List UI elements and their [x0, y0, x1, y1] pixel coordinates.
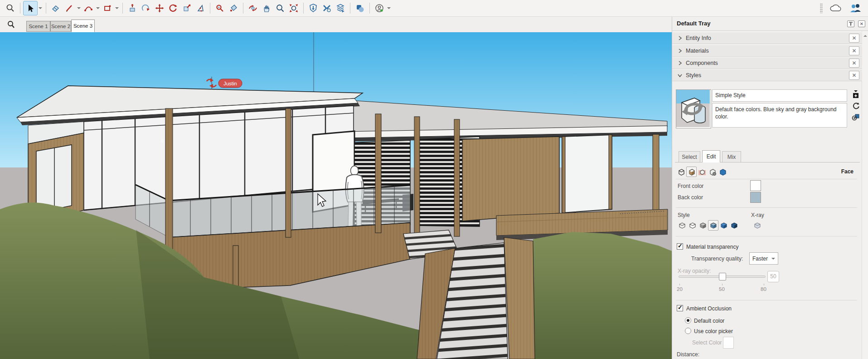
account-dropdown[interactable]	[386, 2, 392, 14]
toolbar-grip-handle[interactable]	[820, 3, 823, 13]
select-tool-dropdown[interactable]	[38, 2, 43, 14]
scale-tool-button[interactable]	[180, 1, 194, 15]
tab-scene-3[interactable]: Scene 3	[71, 20, 95, 32]
material-transparency-checkbox[interactable]	[677, 243, 683, 250]
edge-settings-button[interactable]	[676, 167, 686, 177]
back-color-swatch[interactable]	[750, 192, 761, 203]
arcs-tool-dropdown[interactable]	[95, 2, 101, 14]
section-styles[interactable]: Styles ✕	[672, 69, 862, 81]
section-close-button[interactable]: ✕	[849, 71, 859, 80]
watermark-settings-button[interactable]	[707, 167, 718, 177]
section-close-button[interactable]: ✕	[849, 46, 859, 55]
face-style-shaded-textures-button[interactable]	[708, 220, 718, 231]
people-icon[interactable]	[849, 3, 862, 13]
offset-tool-button[interactable]	[194, 1, 207, 15]
tray-pin-button[interactable]	[847, 20, 854, 27]
push-pull-tool-button[interactable]	[126, 1, 139, 15]
transparency-quality-dropdown[interactable]: Faster	[749, 252, 778, 265]
chevron-right-icon	[677, 60, 683, 66]
tab-scene-1[interactable]: Scene 1	[26, 21, 50, 32]
paint-bucket-tool-button[interactable]	[227, 1, 240, 15]
xray-opacity-value-box[interactable]: 50	[767, 271, 779, 282]
pan-tool-button[interactable]	[260, 1, 273, 15]
scale-icon	[182, 4, 191, 13]
face-style-monochrome-button[interactable]	[729, 220, 739, 231]
section-entity-info[interactable]: Entity Info ✕	[672, 32, 862, 44]
tab-label: Select	[682, 154, 697, 160]
viewport-search-icon[interactable]	[7, 20, 15, 30]
modeling-settings-icon	[719, 168, 727, 176]
xray-opacity-label: X-ray opacity:	[678, 268, 711, 274]
modeling-settings-button[interactable]	[718, 167, 728, 177]
select-color-swatch[interactable]	[723, 337, 734, 349]
zoom-icon	[276, 4, 285, 13]
line-tool-dropdown[interactable]	[76, 2, 82, 14]
tab-mix[interactable]: Mix	[722, 151, 741, 162]
ambient-occlusion-checkbox[interactable]	[677, 305, 683, 311]
slider-tick-label: 20	[677, 286, 683, 292]
shapes-button[interactable]	[353, 1, 367, 15]
section-close-button[interactable]: ✕	[849, 34, 859, 43]
close-icon: ✕	[852, 60, 856, 66]
style-thumbnail[interactable]	[676, 89, 711, 128]
rectangle-tool-button[interactable]	[101, 1, 114, 15]
account-button[interactable]	[373, 1, 386, 15]
tab-edit[interactable]: Edit	[702, 150, 720, 162]
arcs-tool-button[interactable]	[82, 1, 95, 15]
offset-icon	[196, 4, 205, 13]
tab-select[interactable]: Select	[679, 151, 700, 162]
create-style-button[interactable]	[852, 90, 859, 100]
line-tool-button[interactable]	[63, 1, 76, 15]
create-style-icon	[852, 90, 859, 98]
section-components[interactable]: Components ✕	[672, 57, 862, 69]
search-tool-button[interactable]	[4, 1, 17, 15]
style-description-box[interactable]: Default face colors. Blue sky and gray b…	[712, 103, 847, 128]
scroll-up-arrow[interactable]	[863, 33, 867, 37]
default-color-label: Default color	[694, 318, 724, 324]
tab-scene-2[interactable]: Scene 2	[50, 21, 71, 32]
face-style-shaded-button[interactable]	[698, 220, 708, 231]
layer-stack-extension-button[interactable]	[334, 1, 347, 15]
connect-shield-extension-button[interactable]	[306, 1, 320, 15]
face-style-hidden-line-button[interactable]	[687, 220, 698, 231]
xray-opacity-value: 50	[770, 273, 776, 280]
tray-scrollbar[interactable]	[862, 31, 868, 359]
xray-toggle-button[interactable]	[752, 220, 762, 231]
eraser-tool-button[interactable]	[49, 1, 63, 15]
face-settings-button[interactable]	[686, 167, 697, 177]
tray-close-button[interactable]: ✕	[858, 20, 865, 27]
section-label: Materials	[686, 48, 709, 54]
rotate-tool-button[interactable]	[166, 1, 180, 15]
pin-icon	[849, 22, 853, 26]
model-scene: Justin	[0, 32, 672, 359]
use-color-picker-radio[interactable]	[685, 328, 691, 334]
rectangle-tool-dropdown[interactable]	[114, 2, 120, 14]
model-viewport[interactable]: Justin	[0, 32, 672, 359]
sketchup-window: Scene 1 Scene 2 Scene 3	[0, 0, 868, 359]
face-style-textured-button[interactable]	[718, 220, 729, 231]
update-style-button[interactable]	[852, 102, 860, 111]
zoom-extents-tool-button[interactable]	[287, 1, 301, 15]
select-tool-button[interactable]	[23, 1, 38, 15]
hill-right	[533, 232, 672, 359]
face-style-wireframe-button[interactable]	[677, 220, 687, 231]
right-window	[562, 135, 612, 213]
style-name-input[interactable]: Simple Style	[712, 89, 847, 102]
section-close-button[interactable]: ✕	[849, 59, 859, 68]
move-tool-button[interactable]	[153, 1, 166, 15]
transparency-quality-value: Faster	[752, 256, 768, 262]
solid-tools-extension-button[interactable]	[320, 1, 334, 15]
front-color-swatch[interactable]	[750, 180, 761, 191]
main-toolbar	[0, 0, 868, 17]
tape-measure-tool-button[interactable]	[213, 1, 227, 15]
follow-me-tool-button[interactable]	[139, 1, 153, 15]
background-settings-button[interactable]	[697, 167, 707, 177]
default-color-radio[interactable]	[685, 317, 691, 324]
section-materials[interactable]: Materials ✕	[672, 44, 862, 57]
cloud-icon[interactable]	[829, 3, 843, 13]
xray-opacity-slider-handle[interactable]	[719, 273, 726, 280]
zoom-tool-button[interactable]	[273, 1, 287, 15]
style-options-button[interactable]	[852, 113, 860, 123]
style-thumbnail-image	[676, 90, 710, 127]
orbit-tool-button[interactable]	[246, 1, 260, 15]
